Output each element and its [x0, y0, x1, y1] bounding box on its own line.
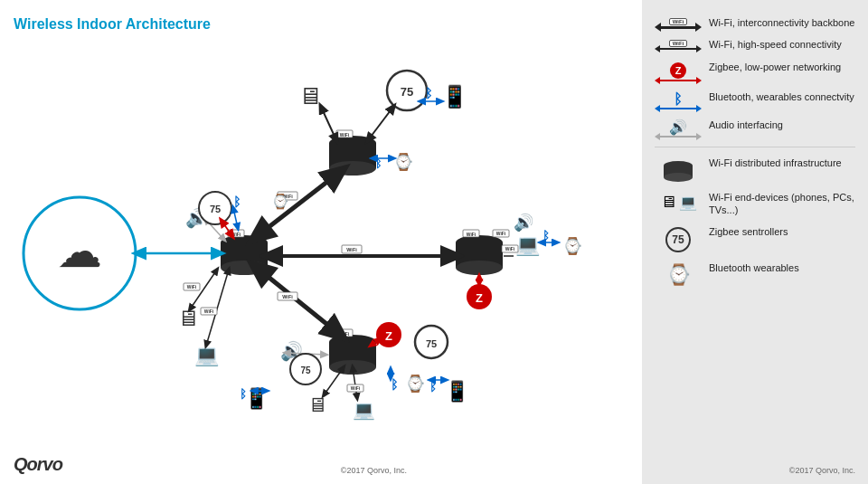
svg-line-23	[256, 172, 340, 237]
svg-text:ᛒ: ᛒ	[233, 195, 241, 209]
svg-text:WiFi: WiFi	[346, 247, 357, 252]
svg-point-61	[290, 354, 321, 384]
svg-point-91	[467, 284, 492, 309]
legend-icon-wifi-end: 🖥 💻	[655, 193, 702, 212]
svg-point-9	[329, 161, 376, 176]
svg-text:75: 75	[210, 204, 221, 214]
svg-text:WiFi: WiFi	[505, 246, 515, 251]
legend-panel: WiFi Wi-Fi, interconnectivity backbone W…	[642, 0, 868, 484]
copyright-text: ©2017 Qorvo, Inc.	[341, 466, 407, 475]
legend-item-wifi-end: 🖥 💻 Wi-Fi end-devices (phones, PCs, TVs.…	[655, 191, 855, 217]
legend-item-wifi-highspeed: WiFi Wi-Fi, high-speed connectivity	[655, 38, 855, 51]
svg-rect-5	[228, 230, 244, 237]
svg-text:WiFi: WiFi	[340, 331, 350, 337]
svg-rect-53	[184, 283, 200, 290]
legend-item-wifi-infra: Wi-Fi distributed infrastructure	[655, 157, 855, 182]
svg-point-63	[376, 322, 401, 347]
svg-line-65	[371, 339, 380, 346]
svg-text:WiFi: WiFi	[187, 284, 197, 289]
svg-text:Z: Z	[476, 291, 483, 305]
svg-point-7	[329, 136, 376, 150]
svg-text:Z: Z	[385, 329, 392, 343]
svg-rect-81	[347, 384, 363, 392]
legend-label-zigbee: Zigbee, low-power networking	[709, 61, 841, 73]
svg-line-44	[205, 219, 224, 240]
svg-rect-57	[201, 308, 217, 315]
legend-icon-bluetooth: ᛒ	[655, 92, 702, 109]
svg-text:WiFi: WiFi	[282, 194, 293, 199]
svg-text:📱: 📱	[445, 379, 470, 403]
svg-text:⌚: ⌚	[405, 374, 426, 394]
svg-line-36	[368, 107, 393, 140]
svg-text:🖥: 🖥	[177, 306, 199, 330]
svg-rect-85	[502, 245, 518, 252]
svg-text:💻: 💻	[515, 233, 541, 257]
svg-text:🖥: 🖥	[307, 394, 327, 416]
legend-label-wifi-backbone: Wi-Fi, interconnectivity backbone	[709, 16, 854, 29]
legend-icon-bt-wearables: ⌚	[655, 263, 702, 287]
svg-point-34	[387, 71, 427, 110]
svg-text:💻: 💻	[194, 343, 220, 367]
svg-rect-15	[336, 329, 353, 337]
svg-rect-20	[463, 230, 479, 237]
svg-text:⌚: ⌚	[393, 152, 414, 172]
legend-icon-zigbee-sensors: 75	[655, 227, 702, 252]
legend-item-wifi-backbone: WiFi Wi-Fi, interconnectivity backbone	[655, 16, 855, 29]
svg-text:🔊: 🔊	[280, 340, 303, 362]
svg-text:ᛒ: ᛒ	[240, 387, 247, 401]
legend-item-zigbee: Z Zigbee, low-power networking	[655, 61, 855, 81]
svg-text:WiFi: WiFi	[231, 232, 241, 237]
svg-text:75: 75	[426, 338, 437, 349]
svg-text:🔊: 🔊	[514, 213, 534, 233]
svg-text:WiFi: WiFi	[496, 231, 506, 236]
svg-point-66	[415, 326, 448, 358]
svg-text:🔊: 🔊	[185, 207, 208, 229]
svg-rect-27	[278, 292, 297, 300]
svg-text:ᛒ: ᛒ	[425, 86, 432, 100]
legend-item-bluetooth: ᛒ Bluetooth, wearables connectvity	[655, 90, 855, 109]
svg-rect-3	[221, 242, 268, 268]
svg-text:WiFi: WiFi	[204, 308, 214, 314]
svg-text:WiFi: WiFi	[467, 232, 476, 237]
svg-point-0	[24, 197, 136, 309]
svg-line-78	[324, 367, 344, 395]
svg-point-2	[221, 235, 268, 250]
svg-point-14	[329, 360, 376, 375]
svg-text:ᛒ: ᛒ	[391, 377, 398, 392]
svg-text:📱: 📱	[441, 83, 468, 109]
legend-item-bt-wearables: ⌚ Bluetooth wearables	[655, 261, 855, 287]
legend-label-wifi-highspeed: Wi-Fi, high-speed connectivity	[709, 38, 842, 51]
svg-line-33	[321, 107, 336, 140]
svg-text:WiFi: WiFi	[351, 385, 361, 391]
legend-label-audio: Audio interfacing	[709, 119, 783, 131]
company-logo: Qorvo	[14, 454, 62, 475]
svg-rect-94	[493, 230, 509, 237]
svg-line-56	[206, 270, 229, 346]
svg-text:WiFi: WiFi	[340, 132, 350, 138]
legend-icon-wifi-highspeed: WiFi	[655, 40, 702, 50]
legend-item-audio: 🔊 Audio interfacing	[655, 119, 855, 138]
svg-point-19	[456, 261, 503, 275]
svg-text:ᛒ: ᛒ	[542, 229, 550, 242]
svg-text:75: 75	[300, 365, 311, 375]
legend-label-wifi-infra: Wi-Fi distributed infrastructure	[709, 157, 842, 169]
page-title: Wireless Indoor Architecture	[14, 16, 211, 33]
svg-text:⌚: ⌚	[562, 236, 583, 256]
svg-text:WiFi: WiFi	[282, 294, 293, 299]
svg-line-26	[256, 267, 340, 335]
svg-line-49	[233, 208, 238, 228]
legend-icon-wifi-backbone: WiFi	[655, 18, 702, 29]
architecture-diagram: ☁ WiFi WiFi WiFi WiFi	[0, 0, 642, 434]
svg-point-45	[199, 192, 231, 224]
svg-rect-24	[278, 192, 297, 200]
legend-label-bt-wearables: Bluetooth wearables	[709, 261, 799, 274]
svg-text:⌚: ⌚	[271, 193, 289, 210]
svg-rect-30	[342, 245, 362, 253]
svg-line-60	[286, 353, 326, 355]
legend-label-wifi-end: Wi-Fi end-devices (phones, PCs, TVs...)	[709, 191, 855, 217]
svg-text:75: 75	[401, 85, 413, 99]
svg-point-12	[329, 335, 376, 349]
svg-point-4	[221, 261, 268, 275]
svg-text:ᛒ: ᛒ	[429, 380, 437, 394]
diagram-area: Wireless Indoor Architecture ☁ WiFi WiFi…	[0, 0, 642, 484]
